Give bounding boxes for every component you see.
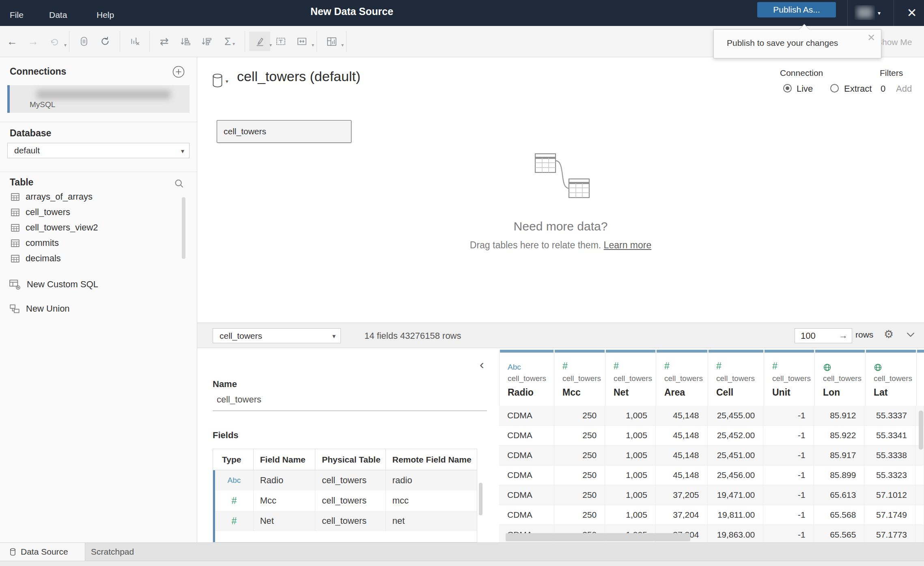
- grid-row[interactable]: CDMA2501,00545,14825,456.00-185.89955.33…: [499, 465, 924, 485]
- grid-row[interactable]: CDMA2501,00537,20419,811.00-165.56857.17…: [499, 505, 924, 525]
- grid-column-table: cell_towers: [716, 374, 764, 383]
- grid-cell: -1: [763, 505, 814, 525]
- table-list-item[interactable]: cell_towers: [0, 204, 191, 220]
- field-type-cell: #: [213, 511, 254, 531]
- column-accent: [555, 350, 605, 353]
- refresh-icon[interactable]: [95, 32, 116, 51]
- collapse-panel-icon[interactable]: ‹: [480, 357, 484, 372]
- grid-column-header[interactable]: cell_towersLat: [866, 350, 917, 406]
- field-row[interactable]: #Netcell_towersnet: [213, 511, 477, 531]
- live-radio[interactable]: [783, 84, 792, 93]
- field-row[interactable]: AbcRadiocell_towersradio: [213, 470, 477, 491]
- swap-rows-columns-icon[interactable]: ⇄: [154, 32, 175, 51]
- redo-icon[interactable]: →: [23, 32, 44, 51]
- connection-item[interactable]: MySQL: [7, 85, 190, 113]
- fields-column-header: Physical Table: [315, 449, 386, 470]
- column-accent: [606, 350, 655, 353]
- grid-cell: CDMA: [499, 505, 554, 525]
- grid-row[interactable]: CDMA2501,00545,14825,455.00-185.91255.33…: [499, 406, 924, 426]
- grid-column-table: cell_towers: [772, 374, 814, 383]
- union-icon: [9, 303, 20, 314]
- extract-radio[interactable]: [830, 84, 839, 93]
- fit-caret-icon[interactable]: ▾: [312, 42, 314, 48]
- fields-scrollbar[interactable]: [479, 483, 482, 515]
- totals-icon[interactable]: Σ: [217, 32, 238, 51]
- grid-row[interactable]: CDMA2501,00537,20519,471.00-165.61357.10…: [499, 485, 924, 505]
- datasource-caret-icon[interactable]: ▾: [226, 78, 228, 84]
- grid-column-header[interactable]: cell_towersLon: [815, 350, 866, 406]
- table-icon: [11, 239, 20, 248]
- cards-caret-icon[interactable]: ▾: [341, 42, 344, 48]
- clear-sheet-icon[interactable]: [124, 32, 145, 51]
- sort-ascending-icon[interactable]: [175, 32, 196, 51]
- avatar-caret-icon[interactable]: ▾: [878, 10, 881, 16]
- new-custom-sql[interactable]: New Custom SQL: [9, 276, 98, 293]
- label-marks-icon[interactable]: [270, 32, 291, 51]
- table-list-item-label: cell_towers_view2: [26, 222, 98, 233]
- grid-vertical-scrollbar[interactable]: [919, 411, 923, 450]
- grid-column-header[interactable]: #cell_towersUnit: [764, 350, 815, 406]
- totals-caret-icon[interactable]: ▾: [233, 41, 235, 47]
- row-count-input[interactable]: 100 →: [795, 328, 852, 343]
- table-list-item[interactable]: cell_towers_view2: [0, 220, 191, 235]
- table-list-item[interactable]: decimals: [0, 251, 191, 266]
- live-label[interactable]: Live: [797, 84, 813, 94]
- grid-column-header[interactable]: #cell_towersNet: [605, 350, 656, 406]
- grid-column-header[interactable]: #cell_towersMcc: [554, 350, 605, 406]
- chevron-down-icon[interactable]: [907, 332, 915, 339]
- sort-descending-icon[interactable]: [196, 32, 217, 51]
- menu-data[interactable]: Data: [49, 8, 67, 22]
- table-list-item[interactable]: arrays_of_arrays: [0, 189, 191, 204]
- grid-row[interactable]: CDMA2501,00545,14825,451.00-185.91755.33…: [499, 445, 924, 465]
- replay-caret-icon[interactable]: ▾: [64, 42, 67, 48]
- grid-cell: 65.565: [814, 525, 865, 542]
- replay-icon[interactable]: ▾: [44, 32, 65, 51]
- show-hide-cards-icon[interactable]: ▾: [321, 32, 342, 51]
- table-node[interactable]: cell_towers: [217, 120, 351, 143]
- grid-column-table: cell_towers: [562, 374, 605, 383]
- new-union[interactable]: New Union: [9, 301, 70, 317]
- grid-column-header[interactable]: Abccell_towersRadio: [499, 350, 554, 406]
- pause-updates-icon[interactable]: [73, 32, 95, 51]
- close-window-icon[interactable]: ✕: [903, 4, 920, 21]
- name-value-input[interactable]: cell_towers: [217, 394, 261, 405]
- publish-as-button[interactable]: Publish As...: [757, 2, 836, 17]
- field-row[interactable]: #Mcccell_towersmcc: [213, 491, 477, 511]
- grid-column-header[interactable]: #cell_towersCell: [708, 350, 764, 406]
- grid-cell: -1: [763, 465, 814, 485]
- name-label: Name: [213, 379, 237, 390]
- connections-header: Connections: [10, 66, 66, 77]
- datasource-title[interactable]: cell_towers (default): [237, 69, 360, 84]
- tooltip-close-icon[interactable]: ✕: [867, 32, 875, 43]
- tab-scratchpad[interactable]: Scratchpad: [85, 543, 174, 561]
- preview-table-select[interactable]: cell_towers ▾: [213, 328, 341, 343]
- apply-rows-icon[interactable]: →: [839, 330, 848, 341]
- filters-add-button[interactable]: Add: [896, 84, 912, 94]
- learn-more-link[interactable]: Learn more: [604, 240, 652, 250]
- grid-column-header[interactable]: #cell_towersArea: [656, 350, 708, 406]
- grid-horizontal-scrollbar[interactable]: [506, 533, 690, 541]
- table-list-item[interactable]: commits: [0, 235, 191, 251]
- gear-icon[interactable]: ⚙: [884, 328, 894, 341]
- search-icon[interactable]: [174, 178, 185, 189]
- grid-cell: 25,452.00: [708, 426, 764, 445]
- sidebar-scrollbar[interactable]: [182, 197, 185, 259]
- undo-icon[interactable]: ←: [2, 32, 23, 51]
- menu-help[interactable]: Help: [97, 8, 114, 22]
- tab-data-source[interactable]: Data Source: [0, 543, 85, 561]
- grid-cell: 85.922: [814, 426, 865, 445]
- menu-file[interactable]: File: [10, 8, 24, 22]
- highlight-icon[interactable]: ▾: [249, 32, 270, 51]
- extract-label[interactable]: Extract: [844, 84, 872, 94]
- show-me-button[interactable]: Show Me: [877, 37, 912, 47]
- grid-cell: -1: [763, 485, 814, 505]
- add-connection-icon[interactable]: [172, 65, 185, 78]
- empty-state-title: Need more data?: [197, 220, 924, 233]
- avatar[interactable]: [855, 5, 875, 20]
- datasource-icon[interactable]: [212, 73, 223, 90]
- number-type-icon: #: [664, 361, 670, 372]
- grid-cell: 55.3341: [864, 426, 915, 445]
- grid-row[interactable]: CDMA2501,00545,14825,452.00-185.92255.33…: [499, 426, 924, 445]
- database-select[interactable]: default ▾: [7, 143, 190, 158]
- fit-icon[interactable]: ▾: [291, 32, 312, 51]
